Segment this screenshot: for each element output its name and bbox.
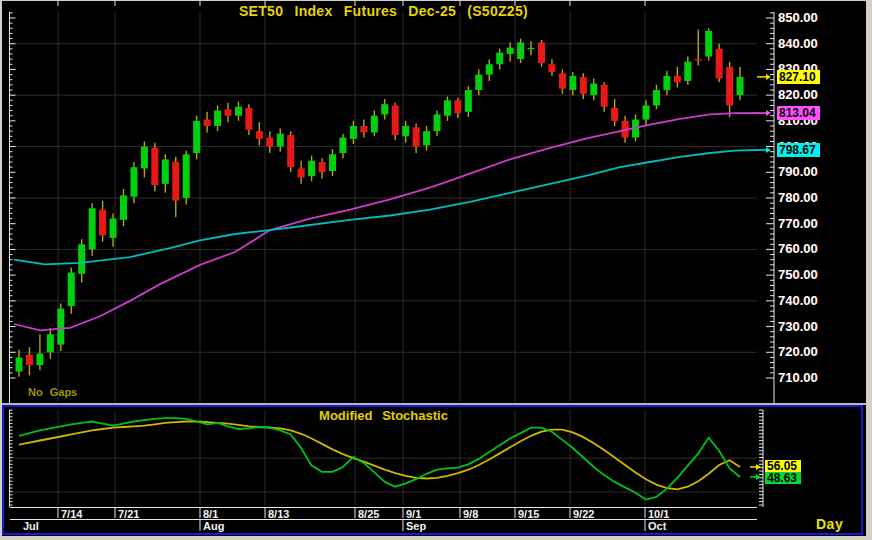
- price-axis-label: 780.00: [778, 190, 818, 206]
- price-axis-label: 720.00: [778, 344, 818, 360]
- price-axis-label: 790.00: [778, 164, 818, 180]
- x-axis-week-label: 9/8: [463, 508, 478, 520]
- x-axis-month-label: Oct: [648, 520, 666, 532]
- price-axis-label: 760.00: [778, 241, 818, 257]
- price-axis-label: 750.00: [778, 267, 818, 283]
- price-axis-label: 840.00: [778, 36, 818, 52]
- chart-title: SET50 Index Futures Dec-25 (S50Z25): [10, 3, 757, 19]
- price-axis-label: 820.00: [778, 87, 818, 103]
- price-axis-label: 740.00: [778, 293, 818, 309]
- ma-fast-value: 813.04: [777, 106, 820, 120]
- ma-slow-value: 798.67: [777, 143, 820, 157]
- x-axis-week-label: 9/1: [406, 508, 421, 520]
- x-axis-week-label: 8/1: [203, 508, 218, 520]
- no-gaps-label: No Gaps: [28, 386, 77, 398]
- x-axis-week-label: 7/14: [61, 508, 82, 520]
- price-axis-label: 710.00: [778, 370, 818, 386]
- chart-canvas[interactable]: [0, 0, 872, 540]
- timeframe-label[interactable]: Day: [816, 516, 843, 532]
- x-axis-week-label: 9/15: [518, 508, 539, 520]
- stoch-title: Modified Stochastic: [10, 408, 757, 423]
- x-axis-week-label: 8/25: [358, 508, 379, 520]
- price-axis-label: 850.00: [778, 10, 818, 26]
- price-axis-label: 730.00: [778, 319, 818, 335]
- x-axis-week-label: 10/1: [648, 508, 669, 520]
- x-axis-week-label: 8/13: [268, 508, 289, 520]
- price-axis-label: 770.00: [778, 216, 818, 232]
- x-axis-week-label: 7/21: [118, 508, 139, 520]
- x-axis-month-label: Aug: [203, 520, 224, 532]
- last-price: 827.10: [777, 70, 820, 84]
- trading-chart-window: SET50 Index Futures Dec-25 (S50Z25) No G…: [0, 0, 872, 540]
- x-axis-month-label: Sep: [406, 520, 426, 532]
- stoch-k-value: 48.63: [765, 472, 801, 484]
- x-axis-week-label: 9/22: [573, 508, 594, 520]
- x-axis-month-label: Jul: [23, 520, 39, 532]
